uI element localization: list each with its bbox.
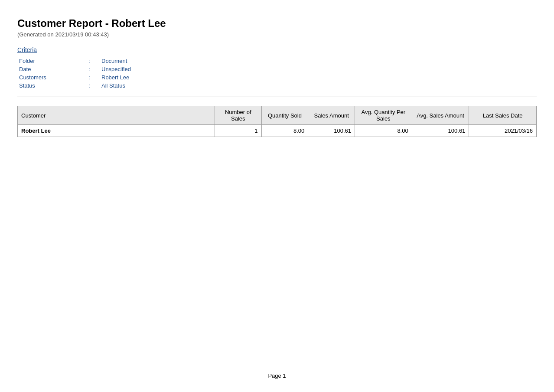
col-header-last-sales-date: Last Sales Date — [469, 106, 537, 125]
criteria-colon-date: : — [87, 65, 100, 73]
section-divider — [17, 97, 537, 97]
criteria-label-status: Status — [17, 82, 87, 90]
criteria-label-customers: Customers — [17, 73, 87, 82]
col-header-quantity-sold: Quantity Sold — [261, 106, 308, 125]
criteria-value-folder: Document — [100, 57, 133, 65]
col-header-sales-amount: Sales Amount — [308, 106, 355, 125]
page-container: Customer Report - Robert Lee (Generated … — [0, 0, 554, 392]
col-header-avg-sales: Avg. Sales Amount — [412, 106, 469, 125]
criteria-label-folder: Folder — [17, 57, 87, 65]
col-header-customer: Customer — [18, 106, 215, 125]
cell-quantity-sold: 8.00 — [261, 125, 308, 137]
table-header-row: Customer Number of Sales Quantity Sold S… — [18, 106, 537, 125]
page-footer: Page 1 — [0, 372, 554, 379]
criteria-row-folder: Folder : Document — [17, 57, 133, 65]
criteria-table: Folder : Document Date : Unspecified Cus… — [17, 57, 133, 90]
criteria-row-date: Date : Unspecified — [17, 65, 133, 73]
criteria-row-customers: Customers : Robert Lee — [17, 73, 133, 82]
report-generated-date: (Generated on 2021/03/19 00:43:43) — [17, 31, 537, 38]
criteria-colon-folder: : — [87, 57, 100, 65]
criteria-value-customers: Robert Lee — [100, 73, 133, 82]
criteria-section: Criteria Folder : Document Date : Unspec… — [17, 46, 537, 90]
col-header-avg-quantity: Avg. Quantity Per Sales — [355, 106, 412, 125]
cell-customer-name: Robert Lee — [18, 125, 215, 137]
criteria-colon-status: : — [87, 82, 100, 90]
criteria-value-date: Unspecified — [100, 65, 133, 73]
cell-sales-amount: 100.61 — [308, 125, 355, 137]
table-row: Robert Lee 1 8.00 100.61 8.00 100.61 202… — [18, 125, 537, 137]
report-title: Customer Report - Robert Lee — [17, 17, 537, 29]
criteria-label-date: Date — [17, 65, 87, 73]
criteria-colon-customers: : — [87, 73, 100, 82]
cell-number-of-sales: 1 — [215, 125, 261, 137]
criteria-heading: Criteria — [17, 46, 537, 53]
cell-last-sales-date: 2021/03/16 — [469, 125, 537, 137]
data-table: Customer Number of Sales Quantity Sold S… — [17, 106, 537, 137]
criteria-value-status: All Status — [100, 82, 133, 90]
page-number: Page 1 — [268, 372, 286, 379]
criteria-row-status: Status : All Status — [17, 82, 133, 90]
cell-avg-quantity: 8.00 — [355, 125, 412, 137]
cell-avg-sales: 100.61 — [412, 125, 469, 137]
col-header-number-of-sales: Number of Sales — [215, 106, 261, 125]
